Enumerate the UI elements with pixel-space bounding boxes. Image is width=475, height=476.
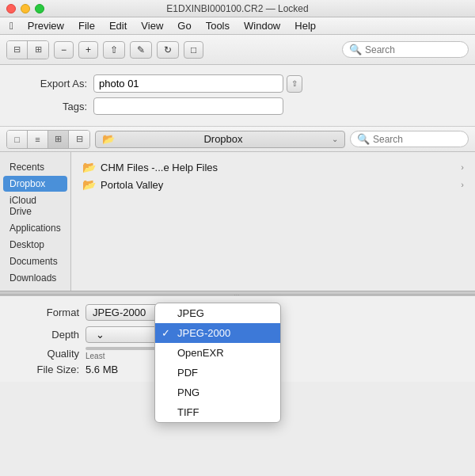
sidebar-item-documents[interactable]: Documents [3, 253, 67, 269]
export-updown-button[interactable]: ⇧ [287, 75, 302, 93]
window-title: E1DXINBI000100.CR2 — Locked [166, 3, 308, 14]
browser-view-buttons: □ ≡ ⊞ ⊟ [6, 130, 90, 149]
sidebar-item-downloads[interactable]: Downloads [3, 270, 67, 286]
dropdown-item-label: TIFF [177, 406, 199, 418]
sidebar-item-desktop[interactable]: Desktop [3, 237, 67, 253]
minimize-button[interactable] [21, 4, 30, 13]
menu-window[interactable]: Window [238, 18, 287, 33]
format-dropdown[interactable]: JPEG ✓ JPEG-2000 OpenEXR PDF PNG TIFF [154, 303, 281, 423]
format-label: Format [16, 307, 79, 318]
menu-edit[interactable]: Edit [103, 18, 133, 33]
toolbar-view-btn-1[interactable]: ⊟ [7, 41, 28, 59]
quality-min-label: Least [86, 352, 104, 360]
sidebar-item-applications[interactable]: Applications [3, 220, 67, 236]
menu-file[interactable]: File [72, 18, 101, 33]
tags-label: Tags: [16, 101, 87, 112]
file-size-value: 5.6 MB [86, 364, 118, 375]
menu-bar:  Preview File Edit View Go Tools Window… [0, 17, 475, 35]
toolbar-crop[interactable]: □ [184, 41, 203, 59]
export-as-label: Export As: [16, 78, 87, 89]
title-bar: E1DXINBI000100.CR2 — Locked [0, 0, 475, 17]
search-icon: 🔍 [349, 44, 362, 55]
list-item[interactable]: 📂 CHM Files -...e Help Files › [78, 158, 469, 176]
arrow-icon: › [461, 180, 464, 189]
browser-view-column[interactable]: ⊞ [48, 131, 69, 148]
quality-label: Quality [16, 348, 79, 360]
toolbar-view-btn-2[interactable]: ⊞ [28, 41, 48, 59]
toolbar-view-buttons: ⊟ ⊞ [6, 40, 49, 59]
toolbar-zoom-out[interactable]: − [54, 41, 74, 59]
dropdown-item-label: PNG [177, 387, 200, 398]
sidebar-item-icloud[interactable]: iCloud Drive [3, 192, 67, 219]
toolbar-share[interactable]: ⇧ [103, 41, 125, 59]
menu-help[interactable]: Help [288, 18, 322, 33]
location-label: Dropbox [118, 133, 329, 145]
menu-apple[interactable]:  [3, 18, 20, 33]
arrow-icon: › [461, 162, 464, 172]
menu-view[interactable]: View [135, 18, 169, 33]
dropdown-item-label: OpenEXR [177, 347, 224, 359]
options-area: JPEG ✓ JPEG-2000 OpenEXR PDF PNG TIFF Fo… [0, 295, 475, 382]
dropdown-item-openexr[interactable]: OpenEXR [155, 343, 280, 363]
browser-view-icon[interactable]: □ [7, 131, 28, 148]
file-name: CHM Files -...e Help Files [101, 162, 218, 173]
toolbar-search[interactable]: 🔍 [342, 41, 469, 58]
browser-search-input[interactable] [373, 134, 462, 145]
toolbar: ⊟ ⊞ − + ⇧ ✎ ↻ □ 🔍 [0, 35, 475, 65]
file-size-label: File Size: [16, 364, 79, 375]
browser-search[interactable]: 🔍 [350, 131, 469, 147]
export-as-input[interactable] [93, 74, 283, 93]
dropdown-item-label: JPEG [177, 307, 204, 319]
dropdown-item-pdf[interactable]: PDF [155, 363, 280, 383]
dropdown-item-png[interactable]: PNG [155, 383, 280, 402]
export-as-row: Export As: ⇧ [16, 74, 459, 93]
browser-content: Recents Dropbox iCloud Drive Application… [0, 152, 475, 291]
menu-app[interactable]: Preview [21, 18, 70, 33]
traffic-lights [6, 4, 44, 13]
toolbar-markup[interactable]: ✎ [130, 41, 152, 59]
maximize-button[interactable] [35, 4, 44, 13]
folder-icon: 📂 [102, 133, 115, 145]
dropdown-item-tiff[interactable]: TIFF [155, 402, 280, 422]
search-icon: 🔍 [357, 133, 370, 145]
toolbar-rotate[interactable]: ↻ [157, 41, 179, 59]
dropdown-item-label: PDF [177, 367, 198, 379]
close-button[interactable] [6, 4, 16, 13]
location-bar[interactable]: 📂 Dropbox ⌄ [95, 131, 345, 148]
menu-go[interactable]: Go [171, 18, 197, 33]
export-dialog: Export As: ⇧ Tags: [0, 65, 475, 127]
dropdown-item-jpeg2000[interactable]: ✓ JPEG-2000 [155, 323, 280, 343]
sidebar: Recents Dropbox iCloud Drive Application… [0, 152, 71, 291]
dropdown-item-label: JPEG-2000 [177, 327, 230, 339]
dropdown-item-jpeg[interactable]: JPEG [155, 303, 280, 323]
toolbar-search-input[interactable] [365, 44, 462, 55]
chevron-down-icon: ⌄ [332, 135, 338, 143]
tags-input[interactable] [93, 97, 283, 115]
sidebar-item-recents[interactable]: Recents [3, 159, 67, 175]
folder-icon: 📂 [82, 161, 96, 173]
file-name: Portola Valley [101, 179, 163, 191]
sidebar-item-dropbox[interactable]: Dropbox [3, 176, 67, 192]
tags-row: Tags: [16, 97, 459, 115]
folder-icon: 📂 [82, 178, 96, 191]
menu-tools[interactable]: Tools [200, 18, 236, 33]
file-list: 📂 CHM Files -...e Help Files › 📂 Portola… [71, 152, 475, 291]
depth-label: Depth [16, 329, 79, 341]
list-item[interactable]: 📂 Portola Valley › [78, 176, 469, 193]
browser-toolbar: □ ≡ ⊞ ⊟ 📂 Dropbox ⌄ 🔍 [0, 127, 475, 152]
toolbar-zoom-in[interactable]: + [78, 41, 98, 59]
format-value: JPEG-2000 [93, 307, 146, 318]
checkmark-icon: ✓ [162, 327, 170, 339]
chevron-down-icon: ⌄ [96, 329, 104, 341]
browser-view-group[interactable]: ⊟ [69, 131, 89, 148]
browser-view-list[interactable]: ≡ [28, 131, 48, 148]
